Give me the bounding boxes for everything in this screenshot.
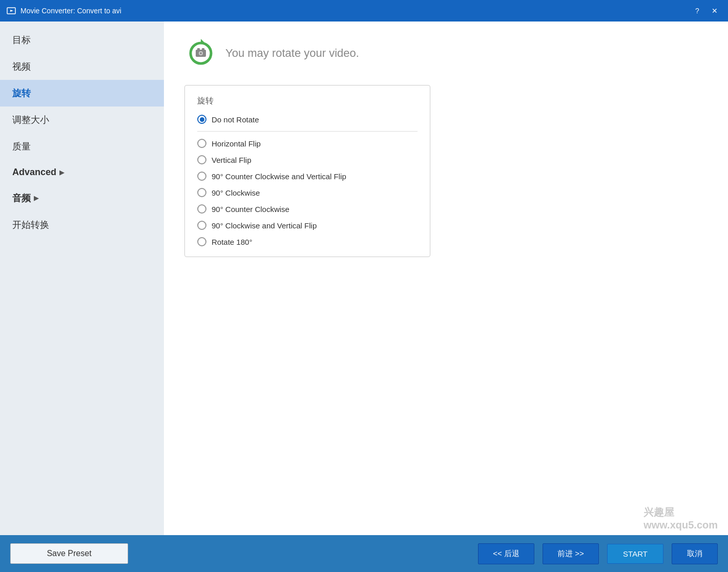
content-area: You may rotate your video. 旋转 Do not Rot… xyxy=(164,22,728,535)
sidebar-item-resize[interactable]: 调整大小 xyxy=(0,107,164,133)
chevron-right-icon: ▶ xyxy=(59,169,64,176)
radio-circle-90ccw xyxy=(197,204,206,214)
sidebar-item-rotate[interactable]: 旋转 xyxy=(0,80,164,107)
radio-item-90ccw-vflip[interactable]: 90° Counter Clockwise and Vertical Flip xyxy=(197,172,418,181)
rotation-section-title: 旋转 xyxy=(197,96,418,107)
radio-label-180: Rotate 180° xyxy=(212,238,252,246)
close-button[interactable]: ✕ xyxy=(708,4,722,18)
radio-item-90cw-vflip[interactable]: 90° Clockwise and Vertical Flip xyxy=(197,221,418,230)
title-bar: Movie Converter: Convert to avi ? ✕ xyxy=(0,0,728,22)
radio-circle-90ccw-vflip xyxy=(197,172,206,181)
radio-item-90cw[interactable]: 90° Clockwise xyxy=(197,188,418,197)
radio-circle-90cw-vflip xyxy=(197,221,206,230)
radio-circle-h-flip xyxy=(197,139,206,148)
radio-item-h-flip[interactable]: Horizontal Flip xyxy=(197,139,418,148)
bottom-bar: Save Preset << 后退 前进 >> START 取消 xyxy=(0,535,728,572)
sidebar-item-target[interactable]: 目标 xyxy=(0,27,164,53)
sidebar-item-start[interactable]: 开始转换 xyxy=(0,211,164,238)
radio-label-90cw-vflip: 90° Clockwise and Vertical Flip xyxy=(212,221,317,230)
sidebar-item-audio[interactable]: 音频▶ xyxy=(0,185,164,211)
content-header: You may rotate your video. xyxy=(184,37,708,70)
sidebar: 目标视频旋转调整大小质量Advanced▶音频▶开始转换 xyxy=(0,22,164,535)
svg-point-7 xyxy=(200,52,202,54)
radio-label-no-rotate: Do not Rotate xyxy=(212,115,259,124)
rotate-icon xyxy=(184,37,217,70)
radio-circle-no-rotate xyxy=(197,115,206,124)
rotation-box: 旋转 Do not RotateHorizontal FlipVertical … xyxy=(184,85,430,257)
svg-marker-1 xyxy=(10,10,13,12)
sidebar-item-advanced[interactable]: Advanced▶ xyxy=(0,160,164,185)
radio-label-90ccw: 90° Counter Clockwise xyxy=(212,205,289,214)
radio-item-no-rotate[interactable]: Do not Rotate xyxy=(197,115,418,132)
next-button[interactable]: 前进 >> xyxy=(543,543,599,564)
radio-circle-180 xyxy=(197,237,206,246)
back-button[interactable]: << 后退 xyxy=(478,543,534,564)
radio-item-v-flip[interactable]: Vertical Flip xyxy=(197,155,418,164)
radio-circle-v-flip xyxy=(197,155,206,164)
main-container: 目标视频旋转调整大小质量Advanced▶音频▶开始转换 You may rot xyxy=(0,22,728,535)
radio-label-h-flip: Horizontal Flip xyxy=(212,139,261,148)
rotation-options: Do not RotateHorizontal FlipVertical Fli… xyxy=(197,115,418,246)
help-button[interactable]: ? xyxy=(690,4,704,18)
radio-item-90ccw[interactable]: 90° Counter Clockwise xyxy=(197,204,418,214)
radio-label-v-flip: Vertical Flip xyxy=(212,156,252,164)
radio-label-90ccw-vflip: 90° Counter Clockwise and Vertical Flip xyxy=(212,172,346,181)
sidebar-item-video[interactable]: 视频 xyxy=(0,53,164,80)
app-icon xyxy=(6,6,16,16)
content-header-text: You may rotate your video. xyxy=(225,47,359,60)
save-preset-button[interactable]: Save Preset xyxy=(10,543,128,564)
start-button[interactable]: START xyxy=(607,544,663,564)
radio-label-90cw: 90° Clockwise xyxy=(212,188,260,197)
svg-rect-5 xyxy=(202,48,204,50)
sidebar-item-quality[interactable]: 质量 xyxy=(0,133,164,160)
window-controls: ? ✕ xyxy=(690,4,722,18)
svg-rect-4 xyxy=(197,48,200,50)
cancel-button[interactable]: 取消 xyxy=(672,543,718,564)
chevron-right-icon: ▶ xyxy=(34,195,38,202)
window-title: Movie Converter: Convert to avi xyxy=(20,7,690,15)
radio-circle-90cw xyxy=(197,188,206,197)
radio-item-180[interactable]: Rotate 180° xyxy=(197,237,418,246)
